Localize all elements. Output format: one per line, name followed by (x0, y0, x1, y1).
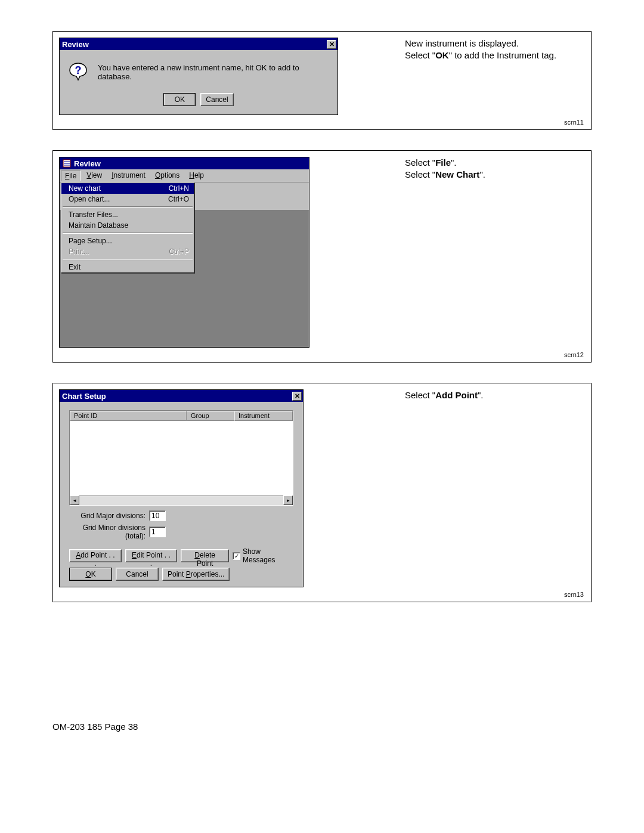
menu-separator (63, 259, 193, 260)
checkbox-icon: ✓ (233, 552, 240, 560)
scroll-left-icon[interactable]: ◂ (70, 496, 79, 505)
menuitem-maintain-database[interactable]: Maintain Database (61, 220, 194, 231)
panel-scrn13: Chart Setup ✕ Point ID Group Instrument … (52, 383, 592, 602)
svg-text:?: ? (75, 64, 82, 76)
menu-separator (63, 233, 193, 234)
menu-help[interactable]: Help (185, 171, 208, 181)
screen-label: scrn12 (564, 351, 584, 358)
titlebar: Chart Setup ✕ (60, 390, 303, 402)
close-icon[interactable]: ✕ (292, 392, 302, 401)
menuitem-print: Print... Ctrl+P (61, 246, 194, 257)
listview-header: Point ID Group Instrument (70, 411, 293, 421)
review-messagebox: Review ✕ ? You have entered a new instru… (59, 38, 338, 115)
scroll-right-icon[interactable]: ▸ (283, 496, 293, 505)
menu-file[interactable]: File (61, 171, 80, 181)
menuitem-new-chart[interactable]: New chart Ctrl+N (61, 183, 194, 194)
grid-minor-label: Grid Minor divisions (total): (69, 524, 145, 540)
ok-button[interactable]: OK (69, 568, 112, 581)
menu-options[interactable]: Options (151, 171, 183, 181)
question-icon: ? (68, 62, 88, 82)
menubar: File View Instrument Options Help (60, 169, 309, 182)
add-point-button[interactable]: Add Point . . . (69, 549, 122, 562)
panel-scrn12: Review File View Instrument Options Help… (52, 150, 592, 363)
instruction-text: Select "Add Point". (399, 389, 585, 587)
menuitem-page-setup[interactable]: Page Setup... (61, 236, 194, 246)
cancel-button[interactable]: Cancel (200, 93, 233, 106)
instruction-text: Select "File". Select "New Chart". (399, 157, 585, 348)
screen-label: scrn11 (564, 119, 584, 126)
page-footer: OM-203 185 Page 38 (52, 721, 592, 732)
menu-instrument[interactable]: Instrument (108, 171, 149, 181)
cancel-button[interactable]: Cancel (116, 568, 159, 581)
point-properties-button[interactable]: Point Properties... (162, 568, 230, 581)
listview-rows (70, 421, 293, 496)
grid-minor-input[interactable] (149, 527, 166, 537)
close-icon[interactable]: ✕ (327, 40, 336, 49)
instruction-text: New instrument is displayed. Select "OK"… (399, 38, 585, 115)
menuitem-exit[interactable]: Exit (61, 262, 194, 272)
menuitem-transfer-files[interactable]: Transfer Files... (61, 209, 194, 220)
col-point-id[interactable]: Point ID (70, 411, 187, 421)
review-window: Review File View Instrument Options Help… (59, 157, 309, 348)
ok-button[interactable]: OK (163, 93, 196, 106)
delete-point-button[interactable]: Delete Point (181, 549, 229, 562)
grid-major-input[interactable] (149, 510, 166, 521)
screen-label: scrn13 (564, 591, 584, 598)
panel-scrn11: Review ✕ ? You have entered a new instru… (52, 31, 592, 130)
file-menu-dropdown: New chart Ctrl+N Open chart... Ctrl+O Tr… (61, 182, 194, 273)
message-text: You have entered a new instrument name, … (98, 63, 329, 81)
title-text: Chart Setup (62, 392, 292, 401)
grid-major-label: Grid Major divisions: (69, 512, 145, 520)
menu-view[interactable]: View (83, 171, 106, 181)
app-icon (62, 159, 72, 168)
show-messages-checkbox[interactable]: ✓ Show Messages (233, 547, 293, 564)
menuitem-open-chart[interactable]: Open chart... Ctrl+O (61, 194, 194, 205)
chart-setup-dialog: Chart Setup ✕ Point ID Group Instrument … (59, 389, 304, 587)
title-text: Review (62, 40, 327, 49)
points-listview[interactable]: Point ID Group Instrument ◂ ▸ (69, 410, 293, 506)
col-group[interactable]: Group (187, 411, 234, 421)
titlebar: Review (60, 157, 309, 169)
menu-separator (63, 206, 193, 208)
title-text: Review (74, 159, 308, 168)
edit-point-button[interactable]: Edit Point . . . (125, 549, 177, 562)
col-instrument[interactable]: Instrument (234, 411, 293, 421)
h-scrollbar[interactable]: ◂ ▸ (70, 496, 293, 505)
titlebar: Review ✕ (60, 38, 338, 50)
